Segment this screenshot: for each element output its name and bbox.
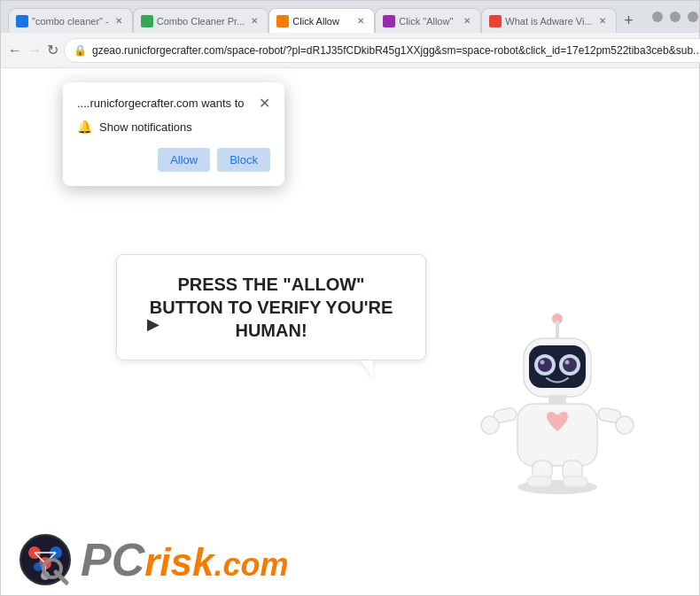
browser-window: "combo cleaner" - ✕ Combo Cleaner Pr... … xyxy=(0,0,700,596)
new-tab-button[interactable]: + xyxy=(617,8,642,33)
tab-close-2[interactable]: ✕ xyxy=(248,15,261,27)
popup-notification-label: Show notifications xyxy=(99,120,192,134)
close-button[interactable] xyxy=(688,12,698,22)
maximize-button[interactable] xyxy=(670,12,681,22)
tab-label-5: What is Adware Vi... xyxy=(505,16,592,27)
tab-favicon-1 xyxy=(16,15,28,27)
popup-close-button[interactable]: ✕ xyxy=(259,97,270,111)
back-button[interactable]: ← xyxy=(8,38,22,63)
tab-click-allow-quote[interactable]: Click "Allow" ✕ xyxy=(375,8,481,33)
speech-bubble-tail xyxy=(361,360,373,378)
forward-button[interactable]: → xyxy=(27,38,42,63)
svg-rect-19 xyxy=(527,476,552,487)
pc-label: PC xyxy=(81,537,144,583)
nav-bar: ← → ↻ 🔒 gzeao.runicforgecrafter.com/spac… xyxy=(1,33,699,68)
page-content: ....runicforgecrafter.com wants to ✕ 🔔 S… xyxy=(1,68,699,595)
risk-label: risk xyxy=(144,543,214,582)
lock-icon: 🔒 xyxy=(74,44,87,57)
window-controls xyxy=(652,12,698,22)
cursor-arrow: ▶ xyxy=(147,314,159,334)
title-bar: "combo cleaner" - ✕ Combo Cleaner Pr... … xyxy=(1,1,699,33)
tab-label-1: "combo cleaner" - xyxy=(32,16,109,27)
reload-button[interactable]: ↻ xyxy=(47,38,58,63)
tab-favicon-4 xyxy=(383,15,395,27)
notification-popup: ....runicforgecrafter.com wants to ✕ 🔔 S… xyxy=(63,82,284,186)
tab-favicon-3 xyxy=(276,15,289,27)
tab-close-3[interactable]: ✕ xyxy=(354,15,367,27)
popup-header: ....runicforgecrafter.com wants to ✕ xyxy=(77,97,270,111)
tab-close-1[interactable]: ✕ xyxy=(113,15,125,27)
svg-rect-2 xyxy=(556,321,559,338)
svg-rect-12 xyxy=(517,404,597,466)
svg-point-7 xyxy=(541,360,545,365)
tab-label-3: Click Allow xyxy=(292,16,351,27)
address-text: gzeao.runicforgecrafter.com/space-robot/… xyxy=(92,44,700,57)
svg-rect-20 xyxy=(563,476,587,487)
svg-point-9 xyxy=(563,358,577,372)
svg-point-10 xyxy=(565,360,570,365)
tab-combo-cleaner[interactable]: "combo cleaner" - ✕ xyxy=(8,8,133,33)
speech-bubble-wrapper: PRESS THE "ALLOW" BUTTON TO VERIFY YOU'R… xyxy=(116,254,426,378)
tab-label-4: Click "Allow" xyxy=(399,16,457,27)
tab-favicon-2 xyxy=(141,15,153,27)
tab-favicon-5 xyxy=(489,15,502,27)
popup-buttons: Allow Block xyxy=(77,148,270,172)
tab-close-5[interactable]: ✕ xyxy=(596,15,609,27)
tab-adware[interactable]: What is Adware Vi... ✕ xyxy=(481,8,616,33)
svg-point-14 xyxy=(481,416,499,434)
bell-icon: 🔔 xyxy=(77,120,92,134)
minimize-button[interactable] xyxy=(652,12,663,22)
pcrisk-logo: PC risk .com xyxy=(19,533,289,586)
address-bar[interactable]: 🔒 gzeao.runicforgecrafter.com/space-robo… xyxy=(64,38,700,63)
popup-site-text: ....runicforgecrafter.com wants to xyxy=(77,97,245,110)
pcrisk-icon xyxy=(19,533,72,586)
tab-combo-cleaner-pr[interactable]: Combo Cleaner Pr... ✕ xyxy=(133,8,269,33)
svg-point-16 xyxy=(616,416,634,434)
pcrisk-text: PC risk .com xyxy=(81,537,289,584)
tab-strip: "combo cleaner" - ✕ Combo Cleaner Pr... … xyxy=(8,1,642,33)
svg-point-25 xyxy=(34,562,43,571)
speech-bubble-text: PRESS THE "ALLOW" BUTTON TO VERIFY YOU'R… xyxy=(150,275,393,340)
block-button[interactable]: Block xyxy=(217,148,270,172)
allow-button[interactable]: Allow xyxy=(158,148,210,172)
popup-notification-row: 🔔 Show notifications xyxy=(77,120,270,134)
tab-label-2: Combo Cleaner Pr... xyxy=(157,16,245,27)
tab-click-allow[interactable]: Click Allow ✕ xyxy=(268,8,375,33)
speech-bubble: PRESS THE "ALLOW" BUTTON TO VERIFY YOU'R… xyxy=(116,254,426,360)
tab-close-4[interactable]: ✕ xyxy=(461,15,473,27)
robot-illustration xyxy=(469,294,646,498)
svg-point-6 xyxy=(538,358,552,372)
svg-rect-11 xyxy=(548,395,566,404)
dotcom-label: .com xyxy=(214,546,289,584)
